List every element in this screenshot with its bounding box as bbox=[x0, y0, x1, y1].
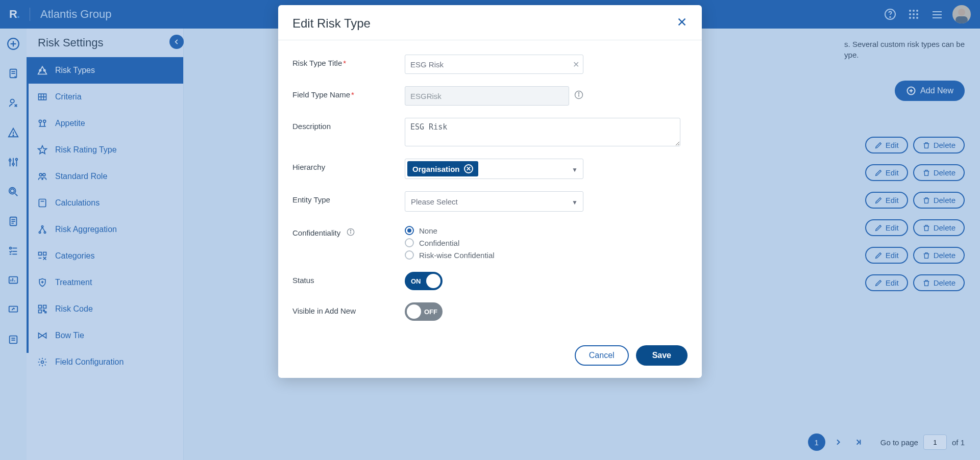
collapse-sidebar-button[interactable] bbox=[169, 35, 184, 49]
sidebar-item-risk-types[interactable]: Risk Types bbox=[27, 57, 183, 84]
settings-sidebar: Risk Settings Risk Types Criteria Appeti… bbox=[27, 29, 184, 460]
delete-button[interactable]: Delete bbox=[913, 274, 965, 291]
confidentiality-riskwise-radio[interactable]: Risk-wise Confidential bbox=[405, 250, 495, 260]
entity-type-select[interactable]: Please Select ▼ bbox=[405, 191, 583, 212]
edit-button[interactable]: Edit bbox=[865, 192, 908, 209]
star-icon bbox=[37, 144, 48, 156]
svg-point-9 bbox=[913, 17, 915, 19]
svg-rect-85 bbox=[45, 312, 46, 313]
rail-user-edit-icon[interactable] bbox=[4, 94, 22, 112]
svg-point-58 bbox=[43, 120, 46, 122]
chip-remove-icon[interactable]: ✕ bbox=[464, 164, 473, 173]
calculator-icon bbox=[37, 197, 48, 209]
status-toggle[interactable]: ON bbox=[405, 272, 443, 290]
rail-present-icon[interactable] bbox=[4, 301, 22, 319]
edit-button[interactable]: Edit bbox=[865, 247, 908, 264]
edit-button[interactable]: Edit bbox=[865, 137, 908, 154]
sidebar-item-label: Risk Code bbox=[55, 304, 93, 314]
svg-point-5 bbox=[909, 13, 911, 15]
svg-point-86 bbox=[41, 361, 44, 364]
confidentiality-confidential-radio[interactable]: Confidential bbox=[405, 238, 495, 247]
sidebar-item-bow-tie[interactable]: Bow Tie bbox=[27, 322, 183, 349]
svg-rect-74 bbox=[39, 252, 42, 255]
sidebar-item-label: Risk Aggregation bbox=[55, 225, 117, 234]
sidebar-item-standard-role[interactable]: Standard Role bbox=[27, 163, 183, 190]
risk-type-title-input[interactable] bbox=[405, 55, 583, 74]
sidebar-item-field-configuration[interactable]: Field Configuration bbox=[27, 349, 183, 375]
page-last-button[interactable] bbox=[851, 435, 866, 450]
page-next-button[interactable] bbox=[830, 435, 846, 450]
rail-dashboard-icon[interactable] bbox=[4, 271, 22, 290]
sidebar-item-label: Field Configuration bbox=[55, 357, 124, 367]
sidebar-item-risk-code[interactable]: Risk Code bbox=[27, 296, 183, 322]
modal-title: Edit Risk Type bbox=[292, 16, 371, 31]
field-type-name-input bbox=[405, 86, 569, 106]
svg-rect-64 bbox=[39, 199, 45, 207]
rail-warning-icon[interactable] bbox=[4, 123, 22, 142]
svg-point-70 bbox=[39, 232, 40, 233]
delete-button[interactable]: Delete bbox=[913, 219, 965, 236]
svg-point-95 bbox=[578, 93, 579, 94]
svg-point-71 bbox=[44, 232, 45, 233]
svg-rect-15 bbox=[955, 16, 968, 23]
rail-sliders-icon[interactable] bbox=[4, 153, 22, 171]
svg-point-26 bbox=[9, 160, 11, 162]
entity-type-label: Entity Type bbox=[292, 191, 405, 204]
appetite-icon bbox=[37, 118, 48, 129]
sidebar-item-criteria[interactable]: Criteria bbox=[27, 84, 183, 110]
sidebar-item-treatment[interactable]: Treatment bbox=[27, 269, 183, 296]
info-icon[interactable] bbox=[347, 228, 355, 238]
save-button[interactable]: Save bbox=[636, 345, 688, 366]
criteria-icon bbox=[37, 91, 48, 103]
rail-notes-icon[interactable] bbox=[4, 212, 22, 231]
cancel-button[interactable]: Cancel bbox=[575, 345, 629, 366]
add-new-button[interactable]: Add New bbox=[895, 81, 965, 101]
sidebar-item-risk-aggregation[interactable]: Risk Aggregation bbox=[27, 216, 183, 243]
svg-line-33 bbox=[15, 194, 18, 196]
visible-add-new-toggle[interactable]: OFF bbox=[405, 302, 443, 321]
edit-button[interactable]: Edit bbox=[865, 164, 908, 181]
edit-button[interactable]: Edit bbox=[865, 219, 908, 236]
sidebar-item-appetite[interactable]: Appetite bbox=[27, 110, 183, 137]
delete-button[interactable]: Delete bbox=[913, 247, 965, 264]
rail-add-button[interactable] bbox=[4, 35, 22, 53]
description-input[interactable] bbox=[405, 118, 680, 146]
hierarchy-label: Hierarchy bbox=[292, 159, 405, 171]
icon-rail bbox=[0, 29, 27, 460]
confidentiality-label: Confidentiality bbox=[292, 224, 405, 238]
sidebar-item-categories[interactable]: Categories bbox=[27, 243, 183, 269]
sidebar-item-label: Bow Tie bbox=[55, 331, 84, 340]
delete-button[interactable]: Delete bbox=[913, 192, 965, 209]
confidentiality-none-radio[interactable]: None bbox=[405, 226, 495, 235]
sidebar-item-label: Categories bbox=[55, 251, 94, 261]
rail-doc-icon[interactable] bbox=[4, 64, 22, 83]
svg-point-8 bbox=[909, 17, 911, 19]
rail-attach-icon[interactable] bbox=[4, 330, 22, 349]
hierarchy-select[interactable]: Organisation ✕ ▼ bbox=[405, 159, 583, 179]
clear-input-icon[interactable]: ✕ bbox=[573, 60, 579, 69]
sidebar-item-calculations[interactable]: Calculations bbox=[27, 190, 183, 216]
help-icon[interactable] bbox=[881, 5, 899, 23]
apps-grid-icon[interactable] bbox=[904, 5, 923, 23]
rail-checklist-icon[interactable] bbox=[4, 242, 22, 260]
svg-point-32 bbox=[11, 189, 14, 193]
chevron-down-icon: ▼ bbox=[572, 199, 578, 206]
delete-button[interactable]: Delete bbox=[913, 164, 965, 181]
svg-point-30 bbox=[16, 159, 18, 161]
delete-button[interactable]: Delete bbox=[913, 137, 965, 154]
rail-search-icon[interactable] bbox=[4, 183, 22, 201]
chevron-down-icon: ▼ bbox=[572, 166, 578, 173]
svg-point-62 bbox=[39, 173, 42, 176]
svg-line-73 bbox=[42, 227, 45, 232]
goto-page-input[interactable] bbox=[923, 435, 947, 450]
info-icon[interactable] bbox=[574, 90, 583, 101]
menu-icon[interactable] bbox=[928, 5, 946, 23]
info-text-line1: s. Several custom risk types can be bbox=[844, 40, 965, 48]
svg-point-1 bbox=[890, 17, 891, 18]
svg-point-69 bbox=[41, 226, 43, 227]
user-avatar[interactable] bbox=[952, 5, 971, 23]
modal-close-button[interactable] bbox=[676, 16, 688, 31]
svg-point-10 bbox=[916, 17, 918, 19]
edit-button[interactable]: Edit bbox=[865, 274, 908, 291]
sidebar-item-risk-rating-type[interactable]: Risk Rating Type bbox=[27, 137, 183, 163]
